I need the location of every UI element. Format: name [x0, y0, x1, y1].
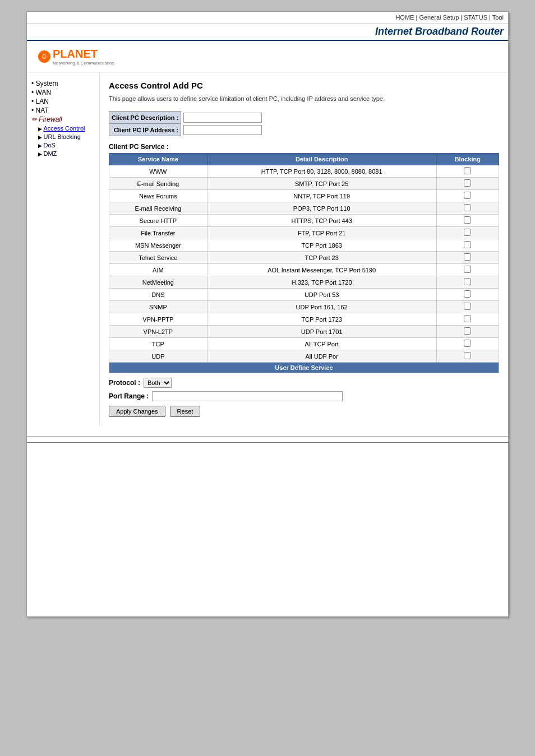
- sidebar: System WAN LAN NAT ✏ Firewall Access Con…: [27, 73, 100, 425]
- protocol-row: Protocol : BothTCPUDP: [109, 378, 499, 388]
- client-pc-desc-label: Client PC Description :: [109, 112, 181, 124]
- sidebar-item-wan[interactable]: WAN: [31, 89, 95, 96]
- table-row: VPN-PPTPTCP Port 1723: [109, 313, 499, 326]
- page-title: Access Control Add PC: [109, 81, 499, 90]
- blocking-checkbox[interactable]: [464, 303, 471, 310]
- sidebar-item-firewall[interactable]: ✏ Firewall: [31, 115, 95, 123]
- blocking-cell[interactable]: [436, 178, 499, 190]
- sidebar-item-dmz[interactable]: DMZ: [31, 150, 95, 157]
- header-nav-bar: HOME | General Setup | STATUS | Tool: [27, 12, 508, 24]
- logo-circle-icon: O: [38, 50, 50, 63]
- blocking-checkbox[interactable]: [464, 241, 471, 248]
- table-row: DNSUDP Port 53: [109, 289, 499, 301]
- blocking-checkbox[interactable]: [464, 179, 471, 187]
- table-row: AIMAOL Instant Messenger, TCP Port 5190: [109, 264, 499, 276]
- col-service-name: Service Name: [109, 154, 207, 165]
- blocking-checkbox[interactable]: [464, 216, 471, 224]
- blocking-cell[interactable]: [436, 301, 499, 313]
- blocking-checkbox[interactable]: [464, 290, 471, 298]
- detail-desc-cell: TCP Port 23: [207, 252, 436, 264]
- blocking-cell[interactable]: [436, 289, 499, 301]
- blocking-cell[interactable]: [436, 227, 499, 239]
- client-pc-desc-cell: [181, 112, 265, 124]
- table-row: MSN MessengerTCP Port 1863: [109, 239, 499, 252]
- sidebar-item-dos[interactable]: DoS: [31, 141, 95, 149]
- page-description: This page allows users to define service…: [109, 95, 499, 103]
- service-name-cell: NetMeeting: [109, 276, 207, 289]
- sidebar-item-system[interactable]: System: [31, 80, 95, 87]
- button-row: Apply Changes Reset: [109, 406, 499, 417]
- table-row: Telnet ServiceTCP Port 23: [109, 252, 499, 264]
- protocol-select[interactable]: BothTCPUDP: [144, 378, 172, 388]
- blocking-checkbox[interactable]: [464, 204, 471, 211]
- detail-desc-cell: H.323, TCP Port 1720: [207, 276, 436, 289]
- page-header-title: Internet Broadband Router: [27, 24, 508, 41]
- blocking-checkbox[interactable]: [464, 266, 471, 273]
- table-row: TCPAll TCP Port: [109, 338, 499, 350]
- sidebar-item-nat[interactable]: NAT: [31, 106, 95, 114]
- footer-content: [27, 445, 508, 613]
- service-name-cell: DNS: [109, 289, 207, 301]
- table-row: UDPAll UDP Por: [109, 350, 499, 363]
- logo-subtitle: Networking & Communications: [53, 61, 114, 66]
- footer: [27, 436, 508, 616]
- service-name-cell: Secure HTTP: [109, 215, 207, 227]
- blocking-checkbox[interactable]: [464, 167, 471, 174]
- client-pc-ip-label: Client PC IP Address :: [109, 124, 181, 136]
- blocking-cell[interactable]: [436, 313, 499, 326]
- blocking-cell[interactable]: [436, 276, 499, 289]
- table-row: Secure HTTPHTTPS, TCP Port 443: [109, 215, 499, 227]
- detail-desc-cell: FTP, TCP Port 21: [207, 227, 436, 239]
- blocking-cell[interactable]: [436, 338, 499, 350]
- main-content: Access Control Add PC This page allows u…: [100, 73, 508, 425]
- port-range-input[interactable]: [152, 391, 343, 401]
- sidebar-item-access-control[interactable]: Access Control: [31, 124, 95, 132]
- blocking-cell[interactable]: [436, 202, 499, 215]
- sidebar-item-lan[interactable]: LAN: [31, 98, 95, 105]
- table-row: E-mail SendingSMTP, TCP Port 25: [109, 178, 499, 190]
- table-row: VPN-L2TPUDP Port 1701: [109, 326, 499, 338]
- blocking-cell[interactable]: [436, 165, 499, 178]
- blocking-checkbox[interactable]: [464, 253, 471, 261]
- client-pc-ip-input[interactable]: [183, 125, 262, 135]
- reset-button[interactable]: Reset: [170, 406, 201, 417]
- blocking-cell[interactable]: [436, 190, 499, 202]
- port-range-label: Port Range :: [109, 392, 149, 400]
- blocking-cell[interactable]: [436, 264, 499, 276]
- blocking-cell[interactable]: [436, 252, 499, 264]
- user-define-label: User Define Service: [109, 363, 499, 373]
- protocol-label: Protocol :: [109, 379, 140, 387]
- detail-desc-cell: TCP Port 1863: [207, 239, 436, 252]
- service-name-cell: E-mail Receiving: [109, 202, 207, 215]
- detail-desc-cell: HTTPS, TCP Port 443: [207, 215, 436, 227]
- blocking-checkbox[interactable]: [464, 229, 471, 236]
- blocking-checkbox[interactable]: [464, 327, 471, 335]
- client-pc-ip-cell: [181, 124, 265, 136]
- service-name-cell: E-mail Sending: [109, 178, 207, 190]
- logo: O PLANET Networking & Communications: [33, 44, 119, 69]
- detail-desc-cell: NNTP, TCP Port 119: [207, 190, 436, 202]
- blocking-cell[interactable]: [436, 350, 499, 363]
- table-row: WWWHTTP, TCP Port 80, 3128, 8000, 8080, …: [109, 165, 499, 178]
- client-pc-description-input[interactable]: [183, 113, 262, 123]
- sidebar-item-url-blocking[interactable]: URL Blocking: [31, 133, 95, 141]
- apply-changes-button[interactable]: Apply Changes: [109, 406, 165, 417]
- service-name-cell: MSN Messenger: [109, 239, 207, 252]
- blocking-checkbox[interactable]: [464, 315, 471, 322]
- service-name-cell: VPN-PPTP: [109, 313, 207, 326]
- user-define-row: User Define Service: [109, 363, 499, 373]
- blocking-checkbox[interactable]: [464, 192, 471, 199]
- nav-links[interactable]: HOME | General Setup | STATUS | Tool: [395, 14, 504, 21]
- blocking-checkbox[interactable]: [464, 340, 471, 347]
- blocking-checkbox[interactable]: [464, 278, 471, 285]
- table-row: NetMeetingH.323, TCP Port 1720: [109, 276, 499, 289]
- client-pc-service-label: Client PC Service :: [109, 143, 499, 151]
- col-blocking: Blocking: [436, 154, 499, 165]
- blocking-cell[interactable]: [436, 326, 499, 338]
- service-name-cell: SNMP: [109, 301, 207, 313]
- port-range-row: Port Range :: [109, 391, 499, 401]
- blocking-cell[interactable]: [436, 239, 499, 252]
- detail-desc-cell: UDP Port 1701: [207, 326, 436, 338]
- blocking-checkbox[interactable]: [464, 352, 471, 359]
- blocking-cell[interactable]: [436, 215, 499, 227]
